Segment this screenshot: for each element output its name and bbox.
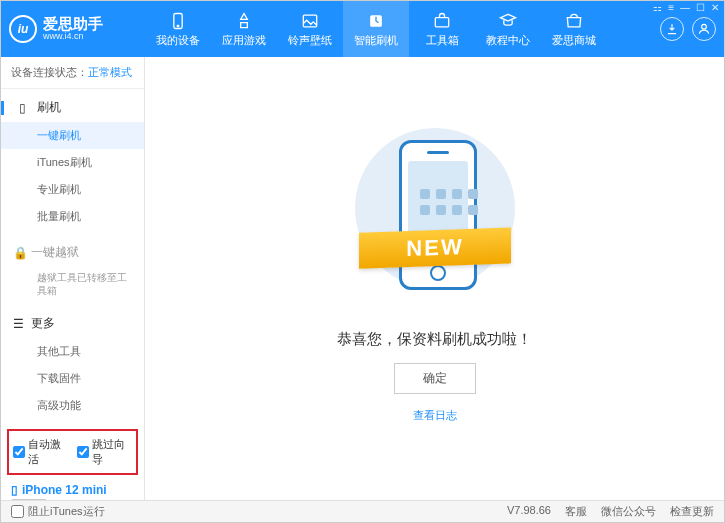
sidebar-item-advanced[interactable]: 高级功能	[1, 392, 144, 419]
apps-icon	[234, 11, 254, 31]
user-icon	[697, 22, 711, 36]
phone-icon: ▯	[19, 101, 31, 115]
app-name: 爱思助手	[43, 16, 103, 33]
sidebar-section-more[interactable]: ☰ 更多	[1, 309, 144, 338]
view-log-link[interactable]: 查看日志	[413, 408, 457, 423]
svg-point-5	[702, 24, 707, 29]
status-value: 正常模式	[88, 66, 132, 78]
jailbreak-note: 越狱工具已转移至工具箱	[1, 267, 144, 301]
phone-icon: ▯	[11, 483, 18, 497]
wechat-link[interactable]: 微信公众号	[601, 504, 656, 519]
sidebar-section-jailbreak[interactable]: 🔒 一键越狱	[1, 238, 144, 267]
customer-service-link[interactable]: 客服	[565, 504, 587, 519]
sidebar-item-batch-flash[interactable]: 批量刷机	[1, 203, 144, 230]
store-icon	[564, 11, 584, 31]
sidebar: 设备连接状态：正常模式 ▯ 刷机 一键刷机 iTunes刷机 专业刷机 批量刷机…	[1, 57, 145, 500]
toolbox-icon	[432, 11, 452, 31]
nav-label: 工具箱	[426, 33, 459, 48]
nav-ringtone-wallpaper[interactable]: 铃声壁纸	[277, 1, 343, 57]
nav-smart-flash[interactable]: 智能刷机	[343, 1, 409, 57]
svg-point-1	[177, 25, 179, 27]
sidebar-item-other-tools[interactable]: 其他工具	[1, 338, 144, 365]
checkbox-label: 阻止iTunes运行	[28, 504, 105, 519]
svg-rect-4	[435, 17, 448, 26]
lock-icon: 🔒	[13, 246, 25, 260]
sidebar-item-oneclick-flash[interactable]: 一键刷机	[1, 122, 144, 149]
app-url: www.i4.cn	[43, 32, 103, 42]
top-nav: 我的设备 应用游戏 铃声壁纸 智能刷机 工具箱 教程中心 爱思商城	[145, 1, 660, 57]
options-highlight-box: 自动激活 跳过向导	[7, 429, 138, 475]
sidebar-item-pro-flash[interactable]: 专业刷机	[1, 176, 144, 203]
nav-label: 智能刷机	[354, 33, 398, 48]
ok-button[interactable]: 确定	[394, 363, 476, 394]
device-capacity: 64GB	[11, 499, 47, 500]
checkbox-auto-activate[interactable]: 自动激活	[13, 437, 69, 467]
section-title: 刷机	[37, 99, 61, 116]
menu-icon[interactable]: ≡	[668, 2, 674, 13]
window-controls: ⚏ ≡ — ☐ ✕	[653, 2, 719, 13]
status-bar: 阻止iTunes运行 V7.98.66 客服 微信公众号 检查更新	[1, 500, 724, 522]
flash-icon	[366, 11, 386, 31]
pin-icon[interactable]: ⚏	[653, 2, 662, 13]
version-label: V7.98.66	[507, 504, 551, 519]
success-illustration: NEW	[365, 134, 505, 314]
main-content: NEW 恭喜您，保资料刷机成功啦！ 确定 查看日志	[145, 57, 724, 500]
user-button[interactable]	[692, 17, 716, 41]
status-label: 设备连接状态：	[11, 66, 88, 78]
sidebar-section-flash[interactable]: ▯ 刷机	[1, 93, 144, 122]
download-button[interactable]	[660, 17, 684, 41]
check-update-link[interactable]: 检查更新	[670, 504, 714, 519]
logo-icon: iu	[9, 15, 37, 43]
nav-label: 爱思商城	[552, 33, 596, 48]
nav-label: 铃声壁纸	[288, 33, 332, 48]
checkbox-input[interactable]	[77, 446, 89, 458]
checkbox-skip-guide[interactable]: 跳过向导	[77, 437, 133, 467]
section-title: 更多	[31, 315, 55, 332]
download-icon	[665, 22, 679, 36]
nav-store[interactable]: 爱思商城	[541, 1, 607, 57]
sidebar-item-itunes-flash[interactable]: iTunes刷机	[1, 149, 144, 176]
close-icon[interactable]: ✕	[711, 2, 719, 13]
wallpaper-icon	[300, 11, 320, 31]
sidebar-item-download-firmware[interactable]: 下载固件	[1, 365, 144, 392]
tutorial-icon	[498, 11, 518, 31]
nav-label: 教程中心	[486, 33, 530, 48]
nav-apps-games[interactable]: 应用游戏	[211, 1, 277, 57]
new-ribbon: NEW	[359, 227, 511, 268]
logo-area: iu 爱思助手 www.i4.cn	[9, 15, 145, 43]
minimize-icon[interactable]: —	[680, 2, 690, 13]
app-header: iu 爱思助手 www.i4.cn 我的设备 应用游戏 铃声壁纸 智能刷机 工具…	[1, 1, 724, 57]
section-title: 一键越狱	[31, 244, 79, 261]
connection-status: 设备连接状态：正常模式	[1, 57, 144, 89]
device-icon	[168, 11, 188, 31]
checkbox-input[interactable]	[13, 446, 25, 458]
maximize-icon[interactable]: ☐	[696, 2, 705, 13]
checkbox-label: 自动激活	[28, 437, 69, 467]
nav-label: 我的设备	[156, 33, 200, 48]
nav-toolbox[interactable]: 工具箱	[409, 1, 475, 57]
device-name: ▯ iPhone 12 mini	[11, 483, 134, 497]
success-message: 恭喜您，保资料刷机成功啦！	[337, 330, 532, 349]
device-info[interactable]: ▯ iPhone 12 mini 64GB Down-12mini-13,1	[1, 477, 144, 500]
checkbox-block-itunes[interactable]: 阻止iTunes运行	[11, 504, 105, 519]
checkbox-input[interactable]	[11, 505, 24, 518]
nav-label: 应用游戏	[222, 33, 266, 48]
more-icon: ☰	[13, 317, 25, 331]
checkbox-label: 跳过向导	[92, 437, 133, 467]
nav-tutorials[interactable]: 教程中心	[475, 1, 541, 57]
nav-my-device[interactable]: 我的设备	[145, 1, 211, 57]
